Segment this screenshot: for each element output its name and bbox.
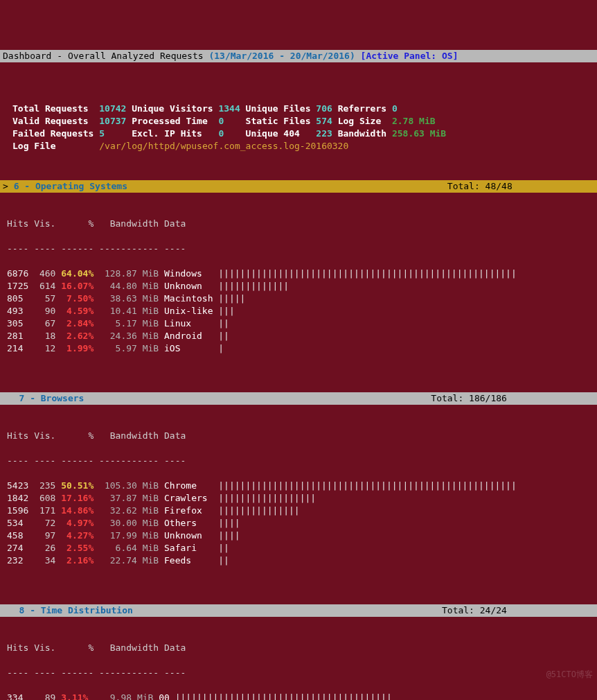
table-row[interactable]: 493 90 4.59% 10.41 MiB Unix-like ||| [0,305,597,317]
hits-cell: 5423 [7,480,28,491]
percent-cell: 64.04% [61,268,93,279]
bandwidth-unit: MiB [143,331,159,341]
percent-cell: 4.59% [61,306,93,316]
bar-chart: | [218,343,224,353]
bandwidth-value: 258.63 MiB [392,128,446,139]
data-cell: Linux [164,318,213,329]
panel-os-total: Total: 48/48 [447,181,513,191]
visitors-cell: 18 [34,331,55,341]
panel-time-header[interactable]: 8 - Time Distribution Total: 24/24 [0,604,597,617]
hits-cell: 214 [7,343,28,353]
static-files-value: 574 [316,116,332,126]
bar-chart: || [218,331,229,341]
visitors-cell: 67 [34,318,55,329]
visitors-cell: 57 [34,293,55,304]
data-cell: Unknown [164,530,213,541]
percent-cell: 2.84% [61,318,93,329]
bandwidth-cell: 105.30 [105,480,137,491]
hits-cell: 305 [7,318,28,329]
bar-chart: ||||||||||||| [218,281,289,291]
panel-os-prefix: > [3,181,14,191]
panel-browsers-header[interactable]: 7 - Browsers Total: 186/186 [0,392,597,405]
bandwidth-unit: MiB [143,480,159,491]
bandwidth-unit: MiB [143,543,159,553]
excl-ip-label: Excl. IP Hits [132,128,213,139]
hits-cell: 232 [7,555,28,566]
bandwidth-cell: 37.87 [105,493,137,503]
bandwidth-unit: MiB [143,318,159,329]
table-row[interactable]: 305 67 2.84% 5.17 MiB Linux || [0,317,597,330]
data-cell: Safari [164,543,213,553]
panel-os-header[interactable]: > 6 - Operating Systems Total: 48/48 [0,180,597,193]
visitors-cell: 171 [34,505,55,516]
bandwidth-cell: 38.63 [105,293,137,304]
panel-os-title: 6 - Operating Systems [14,181,127,191]
bandwidth-unit: MiB [143,530,159,541]
visitors-cell: 26 [34,543,55,553]
bandwidth-unit: MiB [143,493,159,503]
bandwidth-cell: 30.00 [105,518,137,528]
hits-cell: 458 [7,530,28,541]
table-row[interactable]: 805 57 7.50% 38.63 MiB Macintosh ||||| [0,292,597,305]
table-row[interactable]: 232 34 2.16% 22.74 MiB Feeds || [0,554,597,567]
summary-block: Total Requests 10742 Unique Visitors 134… [0,87,597,155]
referrers-value: 0 [392,103,398,114]
bandwidth-unit: MiB [143,343,159,353]
data-cell: Android [164,331,213,341]
bar-chart: ||| [218,306,234,316]
visitors-cell: 97 [34,530,55,541]
table-row[interactable]: 274 26 2.55% 6.64 MiB Safari || [0,542,597,554]
panel-browsers-body: Hits Vis. % Bandwidth Data ---- ---- ---… [0,417,597,579]
table-row[interactable]: 534 72 4.97% 30.00 MiB Others |||| [0,517,597,530]
visitors-cell: 12 [34,343,55,353]
bandwidth-cell: 44.80 [105,281,137,291]
data-cell: 00 [159,692,170,700]
bar-chart: ||||||||||||||||||||||||||||||||||||||||… [218,268,516,279]
table-row[interactable]: 281 18 2.62% 24.36 MiB Android || [0,330,597,342]
unique-visitors-value: 1344 [218,103,240,114]
data-cell: Crawlers [164,493,213,503]
bandwidth-unit: MiB [143,306,159,316]
title-bar: Dashboard - Overall Analyzed Requests (1… [0,50,597,62]
log-file-value: /var/log/httpd/wpuseof.com_access.log-20… [99,141,348,151]
excl-ip-value: 0 [218,128,224,139]
data-cell: Unix-like [164,306,213,316]
table-row[interactable]: 1842 608 17.16% 37.87 MiB Crawlers |||||… [0,492,597,505]
bandwidth-cell: 128.87 [105,268,137,279]
table-row[interactable]: 5423 235 50.51% 105.30 MiB Chrome ||||||… [0,480,597,492]
hits-cell: 493 [7,306,28,316]
data-cell: Macintosh [164,293,213,304]
table-row[interactable]: 214 12 1.99% 5.97 MiB iOS | [0,342,597,355]
percent-cell: 2.16% [61,555,93,566]
bar-chart: |||| [218,530,240,541]
table-row[interactable]: 458 97 4.27% 17.99 MiB Unknown |||| [0,530,597,542]
hits-cell: 274 [7,543,28,553]
table-row[interactable]: 1725 614 16.07% 44.80 MiB Unknown ||||||… [0,280,597,292]
panel-browsers-title: 7 - Browsers [19,393,84,403]
failed-requests-label: Failed Requests [12,128,93,139]
active-panel-label: [Active Panel: OS] [361,51,458,61]
bandwidth-cell: 10.41 [105,306,137,316]
columns-separator: ---- ---- ------ ----------- ---- [0,243,597,255]
hits-cell: 1596 [7,505,28,516]
table-row[interactable]: 334 89 3.11% 9.98 MiB 00 |||||||||||||||… [0,692,597,700]
columns-separator: ---- ---- ------ ----------- ---- [0,455,597,467]
log-file-label: Log File [12,141,93,151]
bar-chart: || [218,555,229,566]
data-cell: Feeds [164,555,213,566]
total-requests-label: Total Requests [12,103,93,114]
hits-cell: 534 [7,518,28,528]
table-row[interactable]: 6876 460 64.04% 128.87 MiB Windows |||||… [0,268,597,280]
bar-chart: ||||||||||||||| [218,505,299,516]
columns-separator: ---- ---- ------ ----------- ---- [0,667,597,679]
failed-requests-value: 5 [99,128,105,139]
unique-visitors-label: Unique Visitors [132,103,213,114]
hits-cell: 1725 [7,281,28,291]
valid-requests-value: 10737 [99,116,126,126]
processed-time-value: 0 [218,116,224,126]
data-cell: Chrome [164,480,213,491]
percent-cell: 3.11% [61,692,88,700]
table-row[interactable]: 1596 171 14.86% 32.62 MiB Firefox ||||||… [0,505,597,517]
bandwidth-cell: 5.97 [105,343,137,353]
columns-header: Hits Vis. % Bandwidth Data [0,430,597,442]
